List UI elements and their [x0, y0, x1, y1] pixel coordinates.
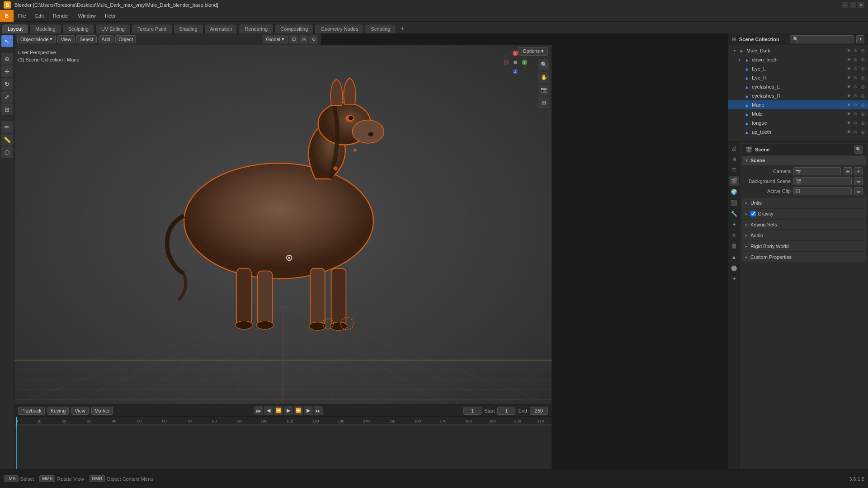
outliner-vp-2[interactable]: ⊙ — [853, 66, 859, 72]
current-frame-input[interactable]: 1 — [463, 407, 481, 415]
menu-help[interactable]: Help — [100, 10, 120, 21]
outliner-vis-1[interactable]: 👁 — [845, 56, 852, 63]
props-gravity-header[interactable]: ▸ Gravity — [742, 209, 866, 219]
props-camera-browse[interactable]: ☰ — [844, 167, 852, 175]
outliner-item-mane[interactable]: ▸ ▲ Mane 👁 ⊙ ◎ — [728, 100, 868, 109]
menu-edit[interactable]: Edit — [31, 10, 48, 21]
tab-shading[interactable]: Shading — [173, 24, 203, 33]
props-search-button[interactable]: 🔍 — [854, 145, 863, 154]
minimize-button[interactable]: ─ — [842, 2, 848, 8]
props-camera-new[interactable]: + — [854, 167, 863, 175]
transform-global-dropdown[interactable]: Global ▾ — [263, 35, 288, 43]
outliner-vis-8[interactable]: 👁 — [845, 120, 852, 126]
outliner-vis-9[interactable]: 👁 — [845, 129, 852, 135]
props-camera-field[interactable]: 📷 — [793, 167, 841, 175]
menu-render[interactable]: Render — [48, 10, 74, 21]
props-tab-modifier[interactable]: 🔧 — [729, 209, 739, 219]
outliner-vis-4[interactable]: 👁 — [845, 84, 852, 90]
props-custom-properties-header[interactable]: ▸ Custom Properties — [742, 252, 866, 262]
outliner-re-7[interactable]: ◎ — [860, 111, 866, 117]
props-tab-shader[interactable]: ✦ — [729, 274, 739, 284]
props-tab-object[interactable]: ⬛ — [729, 198, 739, 208]
end-frame-input[interactable]: 250 — [530, 407, 548, 415]
props-audio-header[interactable]: ▸ Audio — [742, 230, 866, 240]
props-tab-view-layer[interactable]: ☰ — [729, 165, 739, 175]
add-menu[interactable]: Add — [99, 35, 114, 43]
timeline-content[interactable] — [14, 426, 552, 469]
props-units-header[interactable]: ▸ Units — [742, 198, 866, 208]
tab-scripting[interactable]: Scripting — [365, 24, 396, 33]
props-tab-material[interactable]: ⬤ — [729, 263, 739, 273]
props-scene-header[interactable]: ▾ Scene — [742, 155, 866, 165]
tab-uv-editing[interactable]: UV Editing — [95, 24, 131, 33]
outliner-item-eye-l[interactable]: ▸ ▲ Eye_L 👁 ⊙ ◎ — [728, 64, 868, 73]
outliner-re-4[interactable]: ◎ — [860, 84, 866, 90]
tab-compositing[interactable]: Compositing — [274, 24, 314, 33]
tool-measure[interactable]: 📏 — [1, 134, 13, 145]
outliner-vis-6[interactable]: 👁 — [845, 102, 852, 108]
outliner-vp-1[interactable]: ⊙ — [853, 56, 859, 63]
viewport[interactable]: .gl{stroke:#555;stroke-width:0.5;opacity… — [14, 45, 552, 404]
props-clip-browse[interactable]: ☰ — [854, 187, 863, 195]
outliner-re-9[interactable]: ◎ — [860, 129, 866, 135]
next-frame-button[interactable]: ▶ — [304, 406, 313, 415]
outliner-vp-5[interactable]: ⊙ — [853, 93, 859, 99]
outliner-vis-5[interactable]: 👁 — [845, 93, 852, 99]
props-bg-browse[interactable]: ☰ — [854, 177, 863, 185]
tool-add[interactable]: ⬡ — [1, 146, 13, 158]
props-tab-world[interactable]: 🌍 — [729, 187, 739, 197]
menu-window[interactable]: Window — [74, 10, 100, 21]
outliner-vis-2[interactable]: 👁 — [845, 66, 852, 72]
tab-layout[interactable]: Layout — [2, 24, 28, 33]
tab-animation[interactable]: Animation — [204, 24, 238, 33]
outliner-vp-6[interactable]: ⊙ — [853, 102, 859, 108]
outliner-viewport-icon[interactable]: ⊙ — [853, 47, 859, 54]
outliner-vp-7[interactable]: ⊙ — [853, 111, 859, 117]
timeline-keying-menu[interactable]: Keying — [47, 407, 69, 415]
tab-geometry-nodes[interactable]: Geometry Nodes — [315, 24, 364, 33]
tool-scale[interactable]: ⤢ — [1, 91, 13, 103]
outliner-search-input[interactable] — [790, 35, 854, 43]
gravity-checkbox[interactable] — [750, 211, 756, 216]
props-tab-render[interactable]: 🖨 — [729, 144, 739, 154]
props-tab-scene[interactable]: 🎬 — [729, 176, 739, 186]
outliner-vp-4[interactable]: ⊙ — [853, 84, 859, 90]
blender-menu-logo[interactable]: B — [0, 10, 14, 22]
props-active-clip-field[interactable]: 🎞 — [793, 187, 852, 195]
props-bg-scene-field[interactable]: 🎬 — [793, 177, 852, 185]
props-tab-object-data[interactable]: ▲ — [729, 252, 739, 262]
view-menu[interactable]: View — [57, 35, 75, 43]
tool-cursor[interactable]: ⊕ — [1, 53, 13, 65]
object-menu[interactable]: Object — [115, 35, 136, 43]
tab-modeling[interactable]: Modeling — [29, 24, 61, 33]
tab-sculpting[interactable]: Sculpting — [62, 24, 94, 33]
outliner-item-eyelashes-r[interactable]: ▸ ▲ eyelashes_R 👁 ⊙ ◎ — [728, 91, 868, 100]
outliner-re-2[interactable]: ◎ — [860, 66, 866, 72]
tool-move[interactable]: ✛ — [1, 66, 13, 77]
snap-toggle[interactable]: ⊡ — [289, 35, 298, 44]
tool-select[interactable]: ↖ — [1, 35, 13, 47]
outliner-item-eye-r[interactable]: ▸ ▲ Eye_R 👁 ⊙ ◎ — [728, 73, 868, 82]
tool-annotate[interactable]: ✏ — [1, 121, 13, 133]
jump-start-button[interactable]: ⏮ — [254, 406, 263, 415]
outliner-re-8[interactable]: ◎ — [860, 120, 866, 126]
props-tab-output[interactable]: 🖥 — [729, 155, 739, 164]
tab-rendering[interactable]: Rendering — [239, 24, 274, 33]
timeline-ruler-area[interactable]: 1 10 20 30 40 50 60 70 80 90 100 110 120… — [14, 417, 552, 469]
menu-file[interactable]: File — [14, 10, 31, 21]
props-tab-physics[interactable]: ⚛ — [729, 230, 739, 240]
viewport-grid-gizmo[interactable]: ⊞ — [538, 97, 549, 108]
tab-texture-paint[interactable]: Texture Paint — [132, 24, 172, 33]
close-button[interactable]: ✕ — [858, 2, 864, 8]
outliner-vp-9[interactable]: ⊙ — [853, 129, 859, 135]
props-tab-constraint[interactable]: ⛓ — [729, 241, 739, 251]
proportional-edit[interactable]: ◎ — [299, 35, 308, 44]
outliner-filter-button[interactable]: ▾ — [856, 35, 864, 43]
viewport-pan-gizmo[interactable]: ✋ — [538, 72, 549, 83]
viewport-zoom-gizmo[interactable]: 🔍 — [538, 59, 549, 70]
outliner-vp-3[interactable]: ⊙ — [853, 75, 859, 81]
jump-end-button[interactable]: ⏭ — [314, 406, 323, 415]
outliner-re-1[interactable]: ◎ — [860, 56, 866, 63]
outliner-re-6[interactable]: ◎ — [860, 102, 866, 108]
outliner-item-mule[interactable]: ▸ ▲ Mule 👁 ⊙ ◎ — [728, 109, 868, 118]
